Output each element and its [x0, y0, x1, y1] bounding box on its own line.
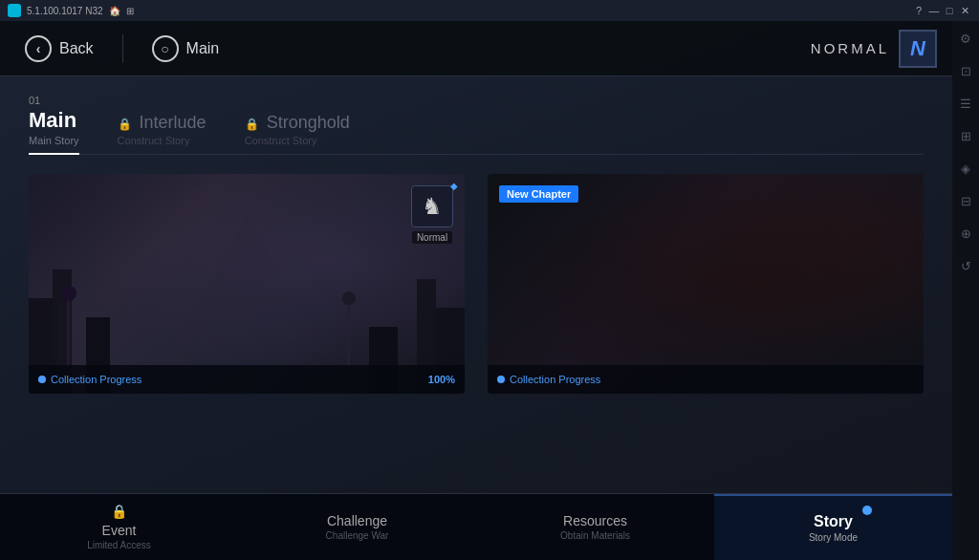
- sidebar-icon-3[interactable]: ☰: [956, 94, 975, 113]
- progress-dot-2: [497, 376, 505, 383]
- card-footer-2: Collection Progress: [488, 365, 924, 394]
- title-bar: 5.1.100.1017 N32 🏠 ⊞ ? — □ ✕: [0, 0, 979, 21]
- bottom-bar: 🔒 Event Limited Access Challenge Challen…: [0, 493, 952, 560]
- tab-interlude-label: Interlude: [140, 113, 207, 133]
- maximize-icon[interactable]: □: [943, 4, 956, 17]
- window-icon[interactable]: ⊞: [126, 6, 134, 16]
- card-bg-1: ♞ Normal Collection Progress 100%: [29, 174, 465, 394]
- mode-badge: NORMAL N: [811, 30, 937, 68]
- right-sidebar: ⚙ ⊡ ☰ ⊞ ◈ ⊟ ⊕ ↺: [952, 21, 979, 560]
- bottom-nav-story[interactable]: Story Story Mode: [714, 494, 952, 560]
- figure-right: [347, 305, 350, 367]
- tab-interlude[interactable]: 🔒 Interlude Construct Story: [118, 111, 207, 154]
- collection-progress-2: Collection Progress: [497, 374, 600, 385]
- sidebar-icon-4[interactable]: ⊞: [956, 126, 975, 145]
- tab-main-num: 01: [29, 96, 79, 106]
- tab-stronghold[interactable]: 🔒 Stronghold Construct Story: [245, 111, 350, 154]
- bottom-nav-event[interactable]: 🔒 Event Limited Access: [0, 494, 238, 560]
- top-nav: ‹ Back ○ Main NORMAL N: [0, 21, 952, 76]
- back-arrow-icon: ‹: [25, 35, 52, 62]
- tab-main-label: Main: [29, 108, 76, 133]
- sidebar-icon-2[interactable]: ⊡: [956, 61, 975, 80]
- nav-right: NORMAL N: [811, 30, 937, 68]
- story-sub: Story Mode: [809, 532, 858, 543]
- mode-label: NORMAL: [811, 40, 889, 56]
- sidebar-icon-7[interactable]: ⊕: [956, 224, 975, 243]
- new-chapter-badge: New Chapter: [499, 185, 578, 203]
- sidebar-icon-6[interactable]: ⊟: [956, 191, 975, 210]
- collection-label-1: Collection Progress: [51, 374, 141, 385]
- main-area: ‹ Back ○ Main NORMAL N 01 Main Main Stor…: [0, 21, 952, 560]
- progress-percent-1: 100%: [428, 374, 455, 385]
- challenge-sub: Challenge War: [326, 530, 389, 541]
- tab-main-header: Main: [29, 108, 79, 133]
- n-logo: N: [899, 30, 937, 68]
- event-sub: Limited Access: [87, 540, 151, 550]
- event-lock-icon: 🔒: [111, 504, 127, 519]
- card-mode-icon: ♞ Normal: [411, 185, 453, 244]
- tab-stronghold-header: 🔒 Stronghold: [245, 113, 350, 133]
- event-label: Event: [102, 523, 137, 538]
- card-bg-2: New Chapter Collection Progress: [488, 174, 924, 394]
- window-controls: ? — □ ✕: [912, 4, 971, 17]
- resources-sub: Obtain Materials: [560, 530, 630, 541]
- cards-row: ♞ Normal Collection Progress 100% 01 Gr: [29, 174, 924, 394]
- figure-left: [67, 300, 70, 367]
- tab-interlude-header: 🔒 Interlude: [118, 113, 207, 133]
- tab-stronghold-sub: Construct Story: [245, 135, 350, 146]
- collection-progress-1: Collection Progress: [38, 374, 141, 385]
- content-area: 01 Main Main Story 🔒 Interlude Construct…: [0, 76, 952, 394]
- sidebar-icon-8[interactable]: ↺: [956, 256, 975, 275]
- close-icon[interactable]: ✕: [958, 4, 971, 17]
- stronghold-lock-icon: 🔒: [245, 118, 259, 131]
- bluestacks-version: 5.1.100.1017 N32: [27, 6, 103, 16]
- chess-piece-icon: ♞: [411, 185, 453, 227]
- sidebar-icon-5[interactable]: ◈: [956, 159, 975, 178]
- tab-interlude-sub: Construct Story: [118, 135, 207, 146]
- title-bar-left: 5.1.100.1017 N32 🏠 ⊞: [8, 4, 134, 17]
- triangle-decoration: [170, 217, 323, 351]
- back-label: Back: [59, 40, 94, 57]
- tab-stronghold-label: Stronghold: [267, 113, 350, 133]
- chapter-card-1[interactable]: ♞ Normal Collection Progress 100% 01 Gr: [29, 174, 465, 394]
- resources-label: Resources: [563, 513, 627, 528]
- card-mode-label: Normal: [412, 231, 452, 244]
- main-button[interactable]: ○ Main: [142, 30, 229, 68]
- chapter-card-2[interactable]: New Chapter Collection Progress 02 Journ…: [488, 174, 924, 394]
- main-label: Main: [186, 40, 220, 57]
- bottom-nav-resources[interactable]: Resources Obtain Materials: [476, 494, 714, 560]
- home-icon[interactable]: 🏠: [109, 6, 120, 16]
- progress-dot-1: [38, 376, 46, 383]
- back-button[interactable]: ‹ Back: [15, 30, 103, 68]
- bluestacks-logo: [8, 4, 21, 17]
- tab-main[interactable]: 01 Main Main Story: [29, 96, 79, 154]
- nav-separator: [122, 34, 123, 63]
- bottom-nav-challenge[interactable]: Challenge Challenge War: [238, 494, 476, 560]
- interlude-lock-icon: 🔒: [118, 118, 132, 131]
- collection-label-2: Collection Progress: [510, 374, 600, 385]
- story-label: Story: [814, 513, 853, 530]
- tabs-row: 01 Main Main Story 🔒 Interlude Construct…: [29, 96, 924, 155]
- tab-main-sub: Main Story: [29, 135, 79, 146]
- card-footer-1: Collection Progress 100%: [29, 365, 465, 394]
- sidebar-icon-1[interactable]: ⚙: [956, 29, 975, 48]
- minimize-icon[interactable]: —: [927, 4, 941, 17]
- help-icon[interactable]: ?: [912, 4, 925, 17]
- story-dot-icon: [862, 506, 872, 515]
- circle-icon: ○: [152, 35, 179, 62]
- challenge-label: Challenge: [327, 513, 387, 528]
